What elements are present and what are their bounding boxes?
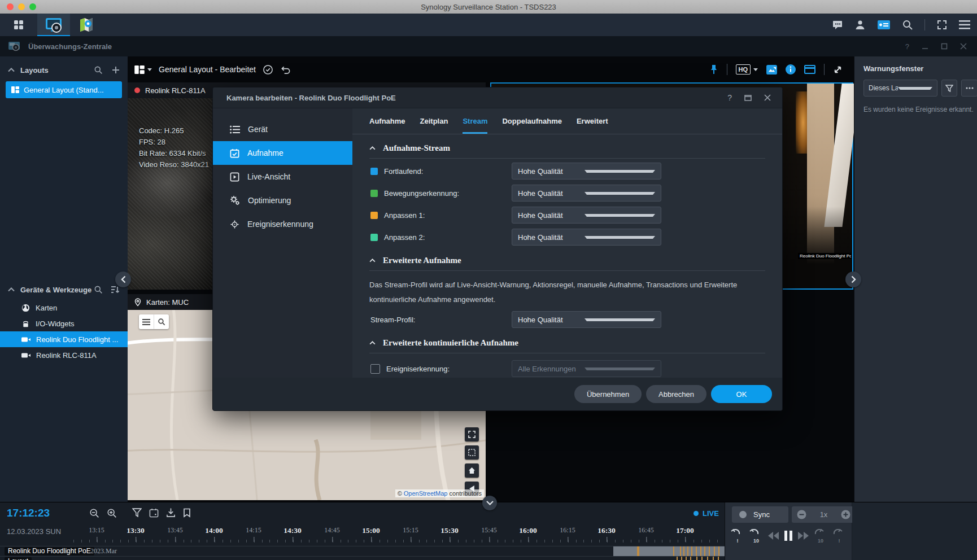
device-label: I/O-Widgets — [36, 320, 75, 328]
tab-doppelaufnahme[interactable]: Doppelaufnahme — [502, 108, 561, 134]
sort-icon[interactable] — [111, 286, 120, 294]
tab-stream[interactable]: Stream — [463, 108, 487, 134]
user-icon[interactable] — [854, 19, 866, 30]
devices-search-icon[interactable] — [94, 285, 103, 294]
timeline-calendar-icon[interactable] — [149, 508, 159, 518]
rewind-button[interactable] — [768, 532, 779, 540]
sidebar-item-karten[interactable]: Karten — [0, 300, 128, 316]
surveillance-station-app-tab[interactable] — [37, 14, 70, 36]
quality-dropdown[interactable]: Hohe Qualität — [512, 207, 661, 224]
snapshot-icon[interactable] — [766, 65, 777, 75]
fast-forward-button[interactable] — [797, 532, 809, 540]
skip-back-value: 10 — [753, 538, 759, 544]
skip-back-10-button[interactable]: 10 — [749, 528, 763, 543]
tab-zeitplan[interactable]: Zeitplan — [420, 108, 448, 134]
maps-app-tab[interactable] — [70, 14, 103, 36]
layout-picker-button[interactable] — [134, 65, 152, 74]
timeline-filter-icon[interactable] — [132, 508, 142, 518]
collapse-chevron-icon[interactable] — [8, 287, 15, 292]
dialog-menu-aufnahme[interactable]: Aufnahme — [213, 141, 352, 165]
collapse-chevron-icon[interactable] — [8, 68, 15, 72]
speed-decrease-icon[interactable] — [797, 510, 806, 519]
recording-segment[interactable] — [613, 546, 725, 556]
dialog-help-icon[interactable]: ? — [727, 93, 732, 102]
map-fullscreen-button[interactable] — [465, 427, 479, 441]
prev-event-button[interactable]: ! — [731, 528, 744, 543]
help-icon[interactable]: ? — [905, 42, 909, 51]
collapse-timeline-chevron[interactable] — [482, 496, 497, 510]
panel-layout-icon[interactable] — [804, 65, 815, 74]
skip-forward-10-button[interactable]: 10 — [814, 528, 827, 543]
dialog-close-icon[interactable] — [764, 94, 771, 101]
info-icon[interactable] — [786, 64, 796, 75]
alert-filter-button[interactable] — [941, 80, 958, 97]
apply-button[interactable]: Übernehmen — [574, 385, 642, 403]
dialog-menu-ereigniserkennung[interactable]: Ereigniserkennung — [213, 212, 352, 236]
devices-section-header[interactable]: Geräte & Werkzeuge — [0, 282, 128, 298]
live-indicator[interactable]: LIVE — [694, 509, 719, 518]
tab-erweitert[interactable]: Erweitert — [577, 108, 608, 134]
expand-alerts-chevron[interactable] — [845, 272, 861, 287]
recording-segment[interactable] — [613, 557, 725, 560]
hamburger-menu-icon[interactable] — [959, 20, 970, 29]
section-aufnahme-stream[interactable]: Aufnahme-Stream — [369, 143, 765, 153]
timeline-ruler[interactable] — [73, 540, 729, 542]
dialog-maximize-icon[interactable] — [744, 95, 752, 101]
save-layout-icon[interactable] — [263, 64, 273, 75]
camera-track[interactable]: Reolink Duo Floodlight PoE 2023.Mar — [0, 546, 725, 556]
dialog-menu-optimierung[interactable]: Optimierung — [213, 189, 352, 212]
main-menu-button[interactable] — [0, 14, 37, 36]
alert-more-button[interactable] — [961, 80, 977, 97]
close-icon[interactable] — [960, 43, 967, 50]
sidebar-item-general-layout[interactable]: General Layout (Stand... — [6, 81, 122, 98]
alert-scope-dropdown[interactable]: Dieses Layout — [863, 80, 937, 97]
timeline-zoom-out-icon[interactable] — [89, 508, 99, 518]
map-search-button[interactable] — [154, 314, 169, 329]
next-event-button[interactable]: ! — [832, 528, 846, 543]
detection-type-dropdown[interactable]: Alle Erkennungen — [512, 360, 661, 377]
timeline-zoom-in-icon[interactable] — [107, 508, 117, 518]
quality-dropdown[interactable]: Hohe Qualität — [512, 185, 661, 202]
collapse-sidebar-chevron[interactable] — [115, 272, 131, 287]
map-home-button[interactable] — [465, 463, 479, 478]
stream-quality-button[interactable]: HQ — [736, 64, 758, 75]
section-erweiterte-aufnahme[interactable]: Erweiterte Aufnahme — [369, 256, 765, 265]
chat-icon[interactable] — [832, 19, 843, 30]
month-label: 2023.Mar — [90, 547, 117, 555]
openstreetmap-link[interactable]: OpenStreetMap — [404, 490, 448, 497]
sidebar-item-reolink-duo[interactable]: Reolink Duo Floodlight ... — [0, 331, 128, 347]
map-layers-button[interactable] — [139, 314, 154, 329]
speed-increase-icon[interactable] — [841, 510, 850, 519]
layouts-search-icon[interactable] — [94, 65, 103, 75]
quality-dropdown[interactable]: Hohe Qualität — [512, 163, 661, 180]
dialog-titlebar[interactable]: Kamera bearbeiten - Reolink Duo Floodlig… — [213, 88, 782, 108]
maximize-icon[interactable] — [941, 43, 948, 50]
tab-aufnahme[interactable]: Aufnahme — [369, 108, 405, 134]
sidebar-item-io-widgets[interactable]: I/O-Widgets — [0, 316, 128, 331]
dialog-menu-live-ansicht[interactable]: Live-Ansicht — [213, 165, 352, 189]
layout-track[interactable]: Layout — [0, 556, 725, 560]
undo-icon[interactable] — [280, 65, 291, 75]
event-detection-checkbox[interactable] — [370, 364, 380, 374]
map-select-region-button[interactable] — [465, 445, 479, 460]
quality-dropdown[interactable]: Hohe Qualität — [512, 229, 661, 246]
dialog-menu-geraet[interactable]: Gerät — [213, 117, 352, 141]
fullscreen-icon[interactable] — [936, 19, 948, 30]
cancel-button[interactable]: Abbrechen — [646, 385, 706, 403]
search-icon[interactable] — [902, 19, 913, 30]
pause-button[interactable] — [784, 531, 792, 541]
section-erweiterte-kontinuierliche-aufnahme[interactable]: Erweiterte kontinuierliche Aufnahme — [369, 338, 765, 348]
minimize-icon[interactable] — [922, 43, 928, 50]
expand-layout-icon[interactable] — [833, 65, 843, 75]
codec-text: Codec: H.265 — [139, 125, 209, 137]
sync-toggle-button[interactable]: Sync — [732, 506, 788, 523]
stream-profile-dropdown[interactable]: Hohe Qualität — [512, 311, 661, 328]
sidebar-item-reolink-rlc[interactable]: Reolink RLC-811A — [0, 347, 128, 363]
timeline-bookmark-icon[interactable] — [183, 508, 191, 518]
ok-button[interactable]: OK — [711, 385, 772, 403]
pin-icon[interactable] — [709, 64, 718, 75]
layouts-section-header[interactable]: Layouts — [0, 62, 128, 78]
notification-widget-icon[interactable] — [877, 19, 891, 30]
timeline-download-icon[interactable] — [166, 508, 176, 518]
add-layout-icon[interactable] — [112, 66, 120, 74]
